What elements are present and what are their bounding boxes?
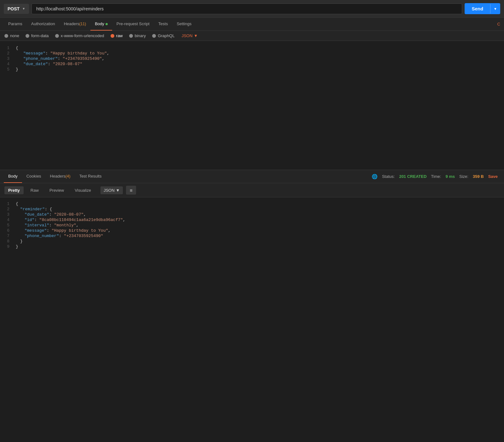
body-type-form-data[interactable]: form-data — [26, 33, 49, 38]
req-line-3: 3 "phone_number": "+2347035925490", — [0, 56, 504, 61]
req-line-1: 1 { — [0, 45, 504, 51]
response-status-area: 🌐 Status: 201 CREATED Time: 9 ms Size: 3… — [372, 174, 500, 179]
radio-none-icon — [4, 34, 8, 38]
wrap-lines-button[interactable]: ≡ — [126, 186, 136, 195]
send-label: Send — [465, 3, 490, 14]
request-tabs-bar: Params Authorization Headers(11) Body Pr… — [0, 18, 504, 31]
body-active-dot — [106, 23, 108, 25]
fmt-tab-visualize[interactable]: Visualize — [71, 186, 95, 194]
response-section: Body Cookies Headers(4) Test Results 🌐 S… — [0, 170, 504, 253]
radio-raw-icon — [111, 34, 114, 38]
resp-tab-cookies[interactable]: Cookies — [22, 170, 46, 183]
request-body-editor[interactable]: 1 { 2 "message": "Happy birthday to You"… — [0, 41, 504, 170]
tab-extra[interactable]: C — [497, 18, 500, 30]
radio-formdata-icon — [26, 34, 29, 38]
tab-settings[interactable]: Settings — [172, 18, 196, 31]
method-label: POST — [8, 6, 20, 11]
body-type-binary[interactable]: binary — [129, 33, 146, 38]
resp-line-8: 8 } — [0, 239, 504, 244]
resp-line-5: 5 "interval": "monthly", — [0, 223, 504, 228]
url-bar: POST ▼ Send ▼ — [0, 0, 504, 18]
tab-headers[interactable]: Headers(11) — [60, 18, 90, 31]
resp-line-9: 9 } — [0, 244, 504, 249]
resp-line-6: 6 "message": "Happy birthday to You", — [0, 228, 504, 233]
json-type-dropdown[interactable]: JSON ▼ — [181, 33, 198, 38]
radio-urlencoded-icon — [55, 34, 59, 38]
save-response-link[interactable]: Save — [488, 174, 498, 179]
tab-tests[interactable]: Tests — [154, 18, 172, 31]
fmt-tab-raw[interactable]: Raw — [27, 186, 43, 194]
resp-tab-test-results[interactable]: Test Results — [75, 170, 106, 183]
response-tabs-bar: Body Cookies Headers(4) Test Results 🌐 S… — [0, 170, 504, 183]
resp-line-2: 2 "reminder": { — [0, 207, 504, 212]
body-type-bar: none form-data x-www-form-urlencoded raw… — [0, 31, 504, 41]
req-line-2: 2 "message": "Happy birthday to You", — [0, 51, 504, 56]
fmt-tab-pretty[interactable]: Pretty — [4, 186, 24, 194]
resp-tab-body[interactable]: Body — [4, 170, 22, 183]
tab-prerequest[interactable]: Pre-request Script — [112, 18, 154, 31]
resp-line-4: 4 "id": "8ca08bc110494c1aa6a21e9dba96acf… — [0, 217, 504, 223]
body-type-raw[interactable]: raw — [111, 33, 123, 38]
json-chevron-icon: ▼ — [194, 33, 198, 38]
method-chevron-icon: ▼ — [22, 7, 25, 10]
method-select[interactable]: POST ▼ — [4, 4, 29, 14]
wrap-icon: ≡ — [130, 188, 133, 193]
body-type-urlencoded[interactable]: x-www-form-urlencoded — [55, 33, 104, 38]
send-button[interactable]: Send ▼ — [465, 3, 500, 14]
globe-icon: 🌐 — [372, 174, 378, 179]
tab-body[interactable]: Body — [90, 18, 112, 31]
response-format-bar: Pretty Raw Preview Visualize JSON ▼ ≡ — [0, 183, 504, 197]
radio-binary-icon — [129, 34, 133, 38]
req-line-4: 4 "due_date": "2020-08-07" — [0, 61, 504, 67]
tab-params[interactable]: Params — [4, 18, 27, 31]
url-input[interactable] — [32, 3, 462, 14]
json-fmt-chevron-icon: ▼ — [116, 188, 120, 193]
response-body-editor: 1 { 2 "reminder": { 3 "due_date": "2020-… — [0, 197, 504, 253]
resp-tab-headers[interactable]: Headers(4) — [46, 170, 75, 183]
tab-authorization[interactable]: Authorization — [27, 18, 60, 31]
resp-line-3: 3 "due_date": "2020-08-07", — [0, 212, 504, 217]
json-format-dropdown[interactable]: JSON ▼ — [100, 186, 123, 194]
req-line-5: 5 } — [0, 67, 504, 72]
fmt-tab-preview[interactable]: Preview — [46, 186, 68, 194]
send-chevron-icon[interactable]: ▼ — [490, 4, 500, 14]
radio-graphql-icon — [152, 34, 156, 38]
body-type-none[interactable]: none — [4, 33, 19, 38]
body-type-graphql[interactable]: GraphQL — [152, 33, 175, 38]
resp-line-1: 1 { — [0, 201, 504, 207]
resp-line-7: 7 "phone_number": "+2347035925490" — [0, 233, 504, 239]
